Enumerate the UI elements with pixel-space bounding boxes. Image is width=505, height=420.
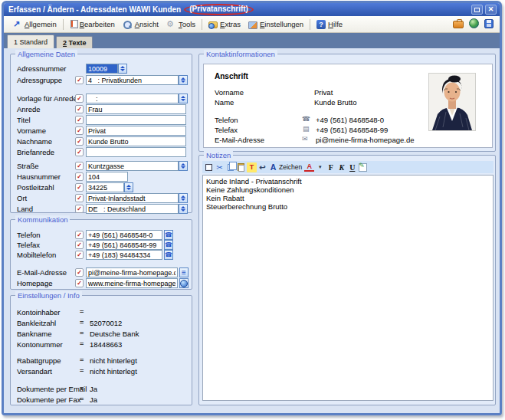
email-input[interactable] <box>86 267 178 277</box>
edit-check-icon[interactable] <box>75 116 84 124</box>
edit-check-icon[interactable] <box>75 162 84 170</box>
land-dropdown[interactable] <box>179 204 188 214</box>
titel-input[interactable] <box>86 115 186 125</box>
titlebar[interactable]: Erfassen / Ändern - Adressdaten WAWI Kun… <box>4 3 500 16</box>
adressgruppe-dropdown[interactable] <box>179 75 188 85</box>
expand-icon[interactable] <box>204 162 214 172</box>
edit-check-icon[interactable] <box>75 205 84 213</box>
homepage-input[interactable] <box>86 278 178 288</box>
edit-check-icon[interactable] <box>75 194 84 202</box>
tab-texte[interactable]: 2 Texte <box>56 36 93 48</box>
edit-check-icon[interactable] <box>75 105 84 113</box>
edit-check-icon[interactable] <box>75 241 84 249</box>
land-input[interactable] <box>86 204 179 214</box>
menu-tools[interactable]: Tools <box>162 18 199 31</box>
paste-icon[interactable] <box>236 162 246 172</box>
vorlage-dropdown[interactable] <box>179 94 188 103</box>
cut-icon[interactable] <box>215 162 225 172</box>
telefon-input[interactable] <box>86 230 162 240</box>
edit-check-icon[interactable] <box>75 172 84 181</box>
phone-icon: ☎ <box>302 115 310 123</box>
globe-icon[interactable] <box>469 18 479 28</box>
edit-check-icon[interactable] <box>75 137 84 146</box>
note-line: Steuerberechnung Brutto <box>206 202 490 211</box>
mobiltelefon-input[interactable] <box>86 250 162 260</box>
adressnummer-spinner[interactable] <box>118 64 127 74</box>
font-color-icon[interactable]: A <box>304 163 314 172</box>
edit-check-icon[interactable] <box>75 148 84 156</box>
anrede-field <box>86 104 186 114</box>
briefcase-icon[interactable] <box>453 21 464 28</box>
rabattgruppe-value: nicht hinterlegt <box>90 356 137 366</box>
dial-icon[interactable] <box>164 240 173 250</box>
edit-note-icon[interactable] <box>358 162 368 172</box>
group-title: Kommunikation <box>15 215 70 224</box>
edit-check-icon[interactable] <box>75 268 84 277</box>
plz-input[interactable] <box>86 182 124 192</box>
group-notizen: Notizen T A Zeichen A F K U <box>198 155 496 405</box>
note-line: Kunde Inland - Privatanschrift <box>206 177 490 185</box>
equals-icon: = <box>80 384 84 394</box>
notes-textarea[interactable]: Kunde Inland - Privatanschrift Keine Zah… <box>202 175 494 401</box>
menu-ansicht[interactable]: Ansicht <box>119 18 162 31</box>
dial-icon[interactable] <box>164 250 173 260</box>
open-homepage-icon[interactable] <box>179 278 189 288</box>
italic-button[interactable]: K <box>336 162 346 172</box>
telefax-input[interactable] <box>86 240 162 250</box>
briefanrede-field <box>86 147 186 157</box>
save-icon[interactable] <box>484 19 494 28</box>
titel-label: Titel <box>17 115 31 125</box>
edit-check-icon[interactable] <box>75 251 84 259</box>
adressgruppe-input[interactable] <box>86 75 179 85</box>
telefax-field <box>86 240 173 250</box>
edit-check-icon[interactable] <box>75 231 84 239</box>
menu-einstellungen[interactable]: Einstellungen <box>244 18 307 30</box>
vorlage-input[interactable] <box>86 94 179 103</box>
copy-icon[interactable] <box>225 162 235 172</box>
briefanrede-input[interactable] <box>86 147 186 157</box>
edit-check-icon[interactable] <box>75 94 84 103</box>
anrede-input[interactable] <box>86 104 186 114</box>
group-title: Einstellungen / Info <box>15 291 82 300</box>
dial-icon[interactable] <box>164 230 173 240</box>
edit-check-icon[interactable] <box>75 183 84 192</box>
magnifier-icon <box>123 21 133 30</box>
extras-box-icon <box>208 21 218 28</box>
email-menu-icon[interactable] <box>179 267 189 277</box>
equals-icon: = <box>80 356 84 366</box>
menu-hilfe[interactable]: Hilfe <box>313 18 346 31</box>
close-button[interactable] <box>485 5 497 15</box>
edit-check-icon[interactable] <box>75 279 84 287</box>
vorname-field <box>86 126 186 136</box>
menu-bearbeiten[interactable]: Bearbeiten <box>66 18 119 30</box>
undo-icon[interactable] <box>257 162 267 172</box>
plz-dropdown[interactable] <box>124 182 133 192</box>
vorname-input[interactable] <box>86 126 186 136</box>
chevron-down-icon[interactable] <box>315 162 325 172</box>
nachname-label: Nachname <box>17 136 52 146</box>
tab-standard[interactable]: 1 Standard <box>7 34 54 48</box>
adressnummer-field <box>86 64 127 74</box>
title-annotation-ellipse: (Privatanschrift) <box>184 4 254 15</box>
nachname-input[interactable] <box>86 136 186 146</box>
format-font-icon[interactable]: T <box>247 162 257 172</box>
font-size-icon[interactable]: A <box>268 162 278 172</box>
ort-input[interactable] <box>86 193 179 203</box>
strasse-dropdown[interactable] <box>179 161 188 171</box>
ort-dropdown[interactable] <box>179 193 188 203</box>
menu-extras[interactable]: Extras <box>205 18 244 30</box>
strasse-input[interactable] <box>86 161 179 171</box>
contact-email-label: E-Mail-Adresse <box>215 135 264 145</box>
window-title: Erfassen / Ändern - Adressdaten WAWI Kun… <box>8 5 181 14</box>
underline-button[interactable]: U <box>347 162 357 172</box>
zeichen-label[interactable]: Zeichen <box>279 163 302 171</box>
restore-button[interactable] <box>471 5 483 15</box>
adressnummer-input[interactable] <box>86 64 118 74</box>
email-label: E-Mail-Adresse <box>17 267 67 277</box>
edit-check-icon[interactable] <box>75 126 84 135</box>
bold-button[interactable]: F <box>326 162 336 172</box>
edit-check-icon[interactable] <box>75 76 84 84</box>
equals-icon: = <box>80 366 84 376</box>
menu-allgemein[interactable]: Allgemein <box>8 18 61 31</box>
hausnummer-input[interactable] <box>86 172 128 182</box>
